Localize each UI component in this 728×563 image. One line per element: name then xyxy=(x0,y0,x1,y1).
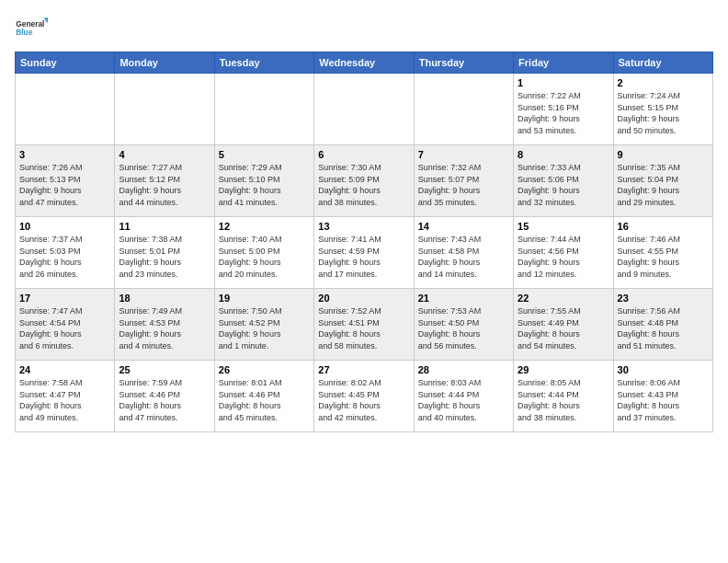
day-number: 8 xyxy=(518,149,609,160)
calendar-cell: 16Sunrise: 7:46 AM Sunset: 4:55 PM Dayli… xyxy=(613,217,712,289)
day-number: 19 xyxy=(219,293,310,304)
day-info: Sunrise: 7:56 AM Sunset: 4:48 PM Dayligh… xyxy=(618,305,709,351)
calendar-cell: 17Sunrise: 7:47 AM Sunset: 4:54 PM Dayli… xyxy=(16,289,115,361)
day-number: 17 xyxy=(19,293,110,304)
calendar-cell: 25Sunrise: 7:59 AM Sunset: 4:46 PM Dayli… xyxy=(115,361,214,432)
day-info: Sunrise: 7:30 AM Sunset: 5:09 PM Dayligh… xyxy=(318,162,409,208)
day-info: Sunrise: 7:50 AM Sunset: 4:52 PM Dayligh… xyxy=(219,305,310,351)
col-header-wednesday: Wednesday xyxy=(314,52,414,74)
day-info: Sunrise: 7:47 AM Sunset: 4:54 PM Dayligh… xyxy=(19,305,110,351)
day-info: Sunrise: 7:55 AM Sunset: 4:49 PM Dayligh… xyxy=(518,305,609,351)
day-number: 13 xyxy=(318,221,409,232)
day-number: 29 xyxy=(518,364,609,375)
col-header-saturday: Saturday xyxy=(613,52,712,74)
day-number: 25 xyxy=(119,364,210,375)
day-info: Sunrise: 8:02 AM Sunset: 4:45 PM Dayligh… xyxy=(318,377,409,423)
day-number: 5 xyxy=(219,149,310,160)
calendar-cell: 7Sunrise: 7:32 AM Sunset: 5:07 PM Daylig… xyxy=(414,145,513,217)
col-header-thursday: Thursday xyxy=(414,52,513,74)
day-info: Sunrise: 7:41 AM Sunset: 4:59 PM Dayligh… xyxy=(318,234,409,280)
day-info: Sunrise: 7:49 AM Sunset: 4:53 PM Dayligh… xyxy=(119,305,210,351)
day-info: Sunrise: 7:40 AM Sunset: 5:00 PM Dayligh… xyxy=(219,234,310,280)
calendar-cell: 6Sunrise: 7:30 AM Sunset: 5:09 PM Daylig… xyxy=(314,145,414,217)
calendar-cell xyxy=(115,74,214,145)
calendar-cell: 28Sunrise: 8:03 AM Sunset: 4:44 PM Dayli… xyxy=(414,361,513,432)
day-number: 18 xyxy=(119,293,210,304)
day-info: Sunrise: 7:33 AM Sunset: 5:06 PM Dayligh… xyxy=(518,162,609,208)
day-info: Sunrise: 7:24 AM Sunset: 5:15 PM Dayligh… xyxy=(618,90,709,136)
day-number: 14 xyxy=(418,221,509,232)
day-info: Sunrise: 7:46 AM Sunset: 4:55 PM Dayligh… xyxy=(618,234,709,280)
day-number: 11 xyxy=(119,221,210,232)
calendar-cell: 29Sunrise: 8:05 AM Sunset: 4:44 PM Dayli… xyxy=(514,361,613,432)
day-number: 3 xyxy=(19,149,110,160)
day-number: 22 xyxy=(518,293,609,304)
calendar-cell: 14Sunrise: 7:43 AM Sunset: 4:58 PM Dayli… xyxy=(414,217,513,289)
day-number: 15 xyxy=(518,221,609,232)
day-number: 28 xyxy=(418,364,509,375)
day-number: 1 xyxy=(518,77,609,88)
calendar-cell xyxy=(16,74,115,145)
calendar-cell: 19Sunrise: 7:50 AM Sunset: 4:52 PM Dayli… xyxy=(214,289,313,361)
calendar-cell: 12Sunrise: 7:40 AM Sunset: 5:00 PM Dayli… xyxy=(214,217,313,289)
day-info: Sunrise: 7:38 AM Sunset: 5:01 PM Dayligh… xyxy=(119,234,210,280)
calendar-cell: 21Sunrise: 7:53 AM Sunset: 4:50 PM Dayli… xyxy=(414,289,513,361)
calendar-cell: 3Sunrise: 7:26 AM Sunset: 5:13 PM Daylig… xyxy=(16,145,115,217)
day-number: 6 xyxy=(318,149,409,160)
day-number: 10 xyxy=(19,221,110,232)
day-number: 30 xyxy=(618,364,709,375)
day-info: Sunrise: 7:52 AM Sunset: 4:51 PM Dayligh… xyxy=(318,305,409,351)
day-info: Sunrise: 7:26 AM Sunset: 5:13 PM Dayligh… xyxy=(19,162,110,208)
logo-icon: General Blue xyxy=(15,11,48,44)
logo: General Blue xyxy=(15,11,48,44)
calendar-table: SundayMondayTuesdayWednesdayThursdayFrid… xyxy=(15,52,713,432)
calendar-cell: 5Sunrise: 7:29 AM Sunset: 5:10 PM Daylig… xyxy=(214,145,313,217)
day-info: Sunrise: 7:27 AM Sunset: 5:12 PM Dayligh… xyxy=(119,162,210,208)
day-number: 16 xyxy=(618,221,709,232)
calendar-cell: 10Sunrise: 7:37 AM Sunset: 5:03 PM Dayli… xyxy=(16,217,115,289)
day-info: Sunrise: 7:22 AM Sunset: 5:16 PM Dayligh… xyxy=(518,90,609,136)
col-header-tuesday: Tuesday xyxy=(214,52,313,74)
day-info: Sunrise: 7:44 AM Sunset: 4:56 PM Dayligh… xyxy=(518,234,609,280)
calendar-cell: 18Sunrise: 7:49 AM Sunset: 4:53 PM Dayli… xyxy=(115,289,214,361)
day-number: 2 xyxy=(618,77,709,88)
day-number: 21 xyxy=(418,293,509,304)
calendar-cell: 30Sunrise: 8:06 AM Sunset: 4:43 PM Dayli… xyxy=(613,361,712,432)
day-info: Sunrise: 7:29 AM Sunset: 5:10 PM Dayligh… xyxy=(219,162,310,208)
day-info: Sunrise: 8:05 AM Sunset: 4:44 PM Dayligh… xyxy=(518,377,609,423)
calendar-cell: 9Sunrise: 7:35 AM Sunset: 5:04 PM Daylig… xyxy=(613,145,712,217)
day-number: 9 xyxy=(618,149,709,160)
calendar-cell: 11Sunrise: 7:38 AM Sunset: 5:01 PM Dayli… xyxy=(115,217,214,289)
calendar-cell: 26Sunrise: 8:01 AM Sunset: 4:46 PM Dayli… xyxy=(214,361,313,432)
svg-text:General: General xyxy=(16,19,44,29)
calendar-cell: 24Sunrise: 7:58 AM Sunset: 4:47 PM Dayli… xyxy=(16,361,115,432)
calendar-cell: 4Sunrise: 7:27 AM Sunset: 5:12 PM Daylig… xyxy=(115,145,214,217)
day-number: 27 xyxy=(318,364,409,375)
day-info: Sunrise: 7:37 AM Sunset: 5:03 PM Dayligh… xyxy=(19,234,110,280)
day-info: Sunrise: 7:35 AM Sunset: 5:04 PM Dayligh… xyxy=(618,162,709,208)
calendar-cell: 2Sunrise: 7:24 AM Sunset: 5:15 PM Daylig… xyxy=(613,74,712,145)
calendar-cell: 13Sunrise: 7:41 AM Sunset: 4:59 PM Dayli… xyxy=(314,217,414,289)
day-info: Sunrise: 8:01 AM Sunset: 4:46 PM Dayligh… xyxy=(219,377,310,423)
day-info: Sunrise: 7:32 AM Sunset: 5:07 PM Dayligh… xyxy=(418,162,509,208)
day-number: 7 xyxy=(418,149,509,160)
day-number: 4 xyxy=(119,149,210,160)
calendar-cell: 22Sunrise: 7:55 AM Sunset: 4:49 PM Dayli… xyxy=(514,289,613,361)
day-number: 24 xyxy=(19,364,110,375)
calendar-cell xyxy=(214,74,313,145)
col-header-friday: Friday xyxy=(514,52,613,74)
day-number: 26 xyxy=(219,364,310,375)
calendar-cell xyxy=(314,74,414,145)
calendar-cell: 1Sunrise: 7:22 AM Sunset: 5:16 PM Daylig… xyxy=(514,74,613,145)
svg-text:Blue: Blue xyxy=(16,28,33,37)
day-info: Sunrise: 8:06 AM Sunset: 4:43 PM Dayligh… xyxy=(618,377,709,423)
col-header-sunday: Sunday xyxy=(16,52,115,74)
day-number: 23 xyxy=(618,293,709,304)
day-info: Sunrise: 7:58 AM Sunset: 4:47 PM Dayligh… xyxy=(19,377,110,423)
col-header-monday: Monday xyxy=(115,52,214,74)
calendar-cell: 20Sunrise: 7:52 AM Sunset: 4:51 PM Dayli… xyxy=(314,289,414,361)
day-info: Sunrise: 7:43 AM Sunset: 4:58 PM Dayligh… xyxy=(418,234,509,280)
day-info: Sunrise: 7:59 AM Sunset: 4:46 PM Dayligh… xyxy=(119,377,210,423)
day-info: Sunrise: 7:53 AM Sunset: 4:50 PM Dayligh… xyxy=(418,305,509,351)
day-info: Sunrise: 8:03 AM Sunset: 4:44 PM Dayligh… xyxy=(418,377,509,423)
